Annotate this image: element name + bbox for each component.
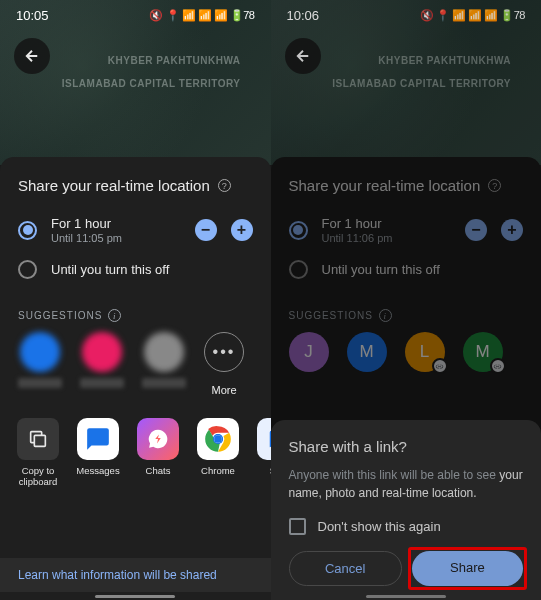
avatar-icon <box>20 332 60 372</box>
screen-left: KHYBER PAKHTUNKHWA ISLAMABAD CAPITAL TER… <box>0 0 271 600</box>
arrow-left-icon <box>23 47 41 65</box>
sheet-title-row: Share your real-time location ? <box>271 171 542 208</box>
avatar-icon: M <box>347 332 387 372</box>
dialog-title: Share with a link? <box>289 438 524 455</box>
link-badge-icon <box>432 358 448 374</box>
map-region-label: KHYBER PAKHTUNKHWA <box>378 55 511 66</box>
radio-checked-icon <box>18 221 37 240</box>
option-sublabel: Until 11:06 pm <box>322 232 452 244</box>
more-button[interactable]: ••• More <box>204 332 244 396</box>
share-button[interactable]: Share <box>412 551 523 586</box>
status-bar: 10:06 🔇 📍 📶 📶 📶 🔋78 <box>271 0 542 30</box>
suggestions-row: JMLM <box>271 332 542 372</box>
suggestion-contact[interactable]: L <box>405 332 445 372</box>
suggestion-contact[interactable] <box>142 332 186 388</box>
app-label: Copy to clipboard <box>14 465 62 488</box>
suggestion-contact[interactable]: M <box>347 332 387 372</box>
info-icon[interactable]: i <box>108 309 121 322</box>
status-icons: 🔇 📍 📶 📶 📶 🔋78 <box>149 9 254 22</box>
avatar-icon: J <box>289 332 329 372</box>
status-time: 10:06 <box>287 8 320 23</box>
map-region-label: ISLAMABAD CAPITAL TERRITORY <box>62 78 241 89</box>
app-messages[interactable]: Messages <box>74 418 122 488</box>
duration-option-1hour[interactable]: For 1 hour Until 11:05 pm − + <box>0 208 271 252</box>
back-button[interactable] <box>285 38 321 74</box>
app-label: Chats <box>146 465 171 476</box>
app-save[interactable]: Sav <box>254 418 271 488</box>
app-chrome[interactable]: Chrome <box>194 418 242 488</box>
chats-icon <box>137 418 179 460</box>
share-location-sheet: Share your real-time location ? For 1 ho… <box>0 157 271 600</box>
map-region-label: KHYBER PAKHTUNKHWA <box>108 55 241 66</box>
link-badge-icon <box>490 358 506 374</box>
radio-unchecked-icon <box>289 260 308 279</box>
avatar-icon: M <box>463 332 503 372</box>
info-icon[interactable]: i <box>379 309 392 322</box>
option-label: Until you turn this off <box>51 262 253 277</box>
cancel-button[interactable]: Cancel <box>289 551 402 586</box>
checkbox-label: Don't show this again <box>318 519 441 534</box>
suggestion-contact[interactable] <box>18 332 62 388</box>
app-chats[interactable]: Chats <box>134 418 182 488</box>
app-label: Sav <box>270 465 271 476</box>
duration-option-until-off[interactable]: Until you turn this off <box>0 252 271 287</box>
home-indicator[interactable] <box>95 595 175 598</box>
app-label: Messages <box>76 465 119 476</box>
arrow-left-icon <box>294 47 312 65</box>
messages-icon <box>77 418 119 460</box>
suggestions-header: SUGGESTIONS i <box>0 287 271 332</box>
ellipsis-icon: ••• <box>204 332 244 372</box>
more-label: More <box>211 384 236 396</box>
status-bar: 10:05 🔇 📍 📶 📶 📶 🔋78 <box>0 0 271 30</box>
suggestion-contact[interactable] <box>80 332 124 388</box>
option-label: For 1 hour <box>51 216 181 231</box>
dialog-body: Anyone with this link will be able to se… <box>289 467 524 502</box>
dialog-buttons: Cancel Share <box>289 551 524 586</box>
radio-checked-icon <box>289 221 308 240</box>
svg-point-5 <box>214 435 222 443</box>
help-icon[interactable]: ? <box>488 179 501 192</box>
duration-option-until-off[interactable]: Until you turn this off <box>271 252 542 287</box>
status-icons: 🔇 📍 📶 📶 📶 🔋78 <box>420 9 525 22</box>
learn-info-link[interactable]: Learn what information will be shared <box>0 558 271 592</box>
copy-icon <box>17 418 59 460</box>
increase-time-button[interactable]: + <box>501 219 523 241</box>
contact-name <box>142 378 186 388</box>
duration-option-1hour[interactable]: For 1 hour Until 11:06 pm − + <box>271 208 542 252</box>
contact-name <box>18 378 62 388</box>
avatar-icon <box>144 332 184 372</box>
share-apps-row: Copy to clipboard Messages Chats Chrome <box>0 396 271 492</box>
map-region-label: ISLAMABAD CAPITAL TERRITORY <box>332 78 511 89</box>
sheet-title-text: Share your real-time location <box>289 177 481 194</box>
radio-labels: Until you turn this off <box>51 262 253 277</box>
sheet-title-row: Share your real-time location ? <box>0 171 271 208</box>
checkbox-icon <box>289 518 306 535</box>
avatar-icon: L <box>405 332 445 372</box>
avatar-icon <box>82 332 122 372</box>
radio-labels: For 1 hour Until 11:05 pm <box>51 216 181 244</box>
dont-show-again-checkbox[interactable]: Don't show this again <box>289 518 524 535</box>
option-sublabel: Until 11:05 pm <box>51 232 181 244</box>
sheet-title-text: Share your real-time location <box>18 177 210 194</box>
app-label: Chrome <box>201 465 235 476</box>
radio-unchecked-icon <box>18 260 37 279</box>
app-copy-to-clipboard[interactable]: Copy to clipboard <box>14 418 62 488</box>
option-label: For 1 hour <box>322 216 452 231</box>
help-icon[interactable]: ? <box>218 179 231 192</box>
suggestions-row: ••• More <box>0 332 271 396</box>
decrease-time-button[interactable]: − <box>465 219 487 241</box>
contact-name <box>80 378 124 388</box>
decrease-time-button[interactable]: − <box>195 219 217 241</box>
suggestion-contact[interactable]: J <box>289 332 329 372</box>
suggestion-contact[interactable]: M <box>463 332 503 372</box>
save-icon <box>257 418 271 460</box>
status-time: 10:05 <box>16 8 49 23</box>
suggestions-header: SUGGESTIONS i <box>271 287 542 332</box>
share-link-dialog: Share with a link? Anyone with this link… <box>271 420 542 600</box>
chrome-icon <box>197 418 239 460</box>
svg-rect-0 <box>34 435 45 446</box>
increase-time-button[interactable]: + <box>231 219 253 241</box>
home-indicator[interactable] <box>366 595 446 598</box>
option-label: Until you turn this off <box>322 262 524 277</box>
back-button[interactable] <box>14 38 50 74</box>
